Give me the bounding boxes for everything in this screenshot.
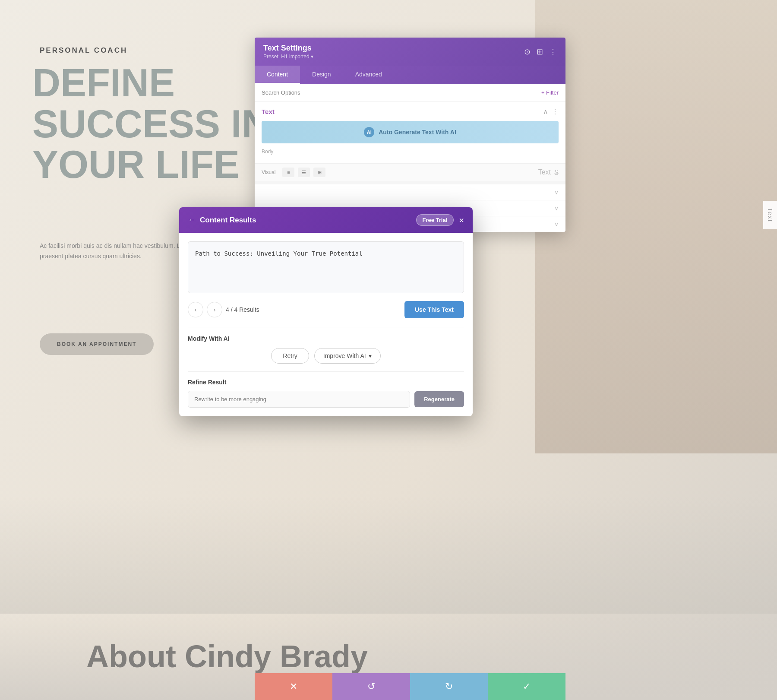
refine-title: Refine Result (188, 379, 464, 386)
align-left-icon[interactable]: ≡ (282, 168, 294, 177)
focus-icon[interactable]: ⊙ (524, 47, 531, 57)
expand-icon-1[interactable]: ∨ (554, 189, 559, 196)
collapse-icon[interactable]: ∧ (543, 108, 548, 116)
redo-button[interactable]: ↻ (410, 673, 488, 700)
ai-generate-label: Auto Generate Text With AI (379, 129, 456, 136)
prev-arrow-icon: ‹ (195, 306, 197, 313)
section-title: Text (262, 108, 275, 115)
ai-generate-button[interactable]: AI Auto Generate Text With AI (262, 121, 559, 143)
panel-header-left: Text Settings Preset: H1 imported ▾ (263, 44, 313, 60)
vertical-text: Text (767, 208, 774, 222)
book-appointment-button[interactable]: BOOK AN APPOINTMENT (40, 333, 154, 355)
undo-button[interactable]: ↺ (332, 673, 410, 700)
section-icons: ∧ ⋮ (543, 108, 559, 116)
refine-input-row: Regenerate (188, 391, 464, 408)
results-count: 4 / 4 Results (226, 306, 259, 313)
text-section: Text ∧ ⋮ AI Auto Generate Text With AI B… (255, 101, 565, 164)
free-trial-badge[interactable]: Free Trial (416, 214, 454, 226)
coach-label: PERSONAL COACH (40, 46, 127, 55)
tab-design[interactable]: Design (300, 66, 343, 84)
panel-header: Text Settings Preset: H1 imported ▾ ⊙ ⊞ … (255, 38, 565, 66)
back-arrow-icon[interactable]: ← (188, 215, 196, 225)
next-result-button[interactable]: › (207, 302, 222, 317)
visual-text-toggle: Visual ≡ ☰ ⊞ (262, 168, 325, 177)
confirm-icon: ✓ (523, 681, 531, 692)
next-arrow-icon: › (214, 306, 216, 313)
current-result: 4 (226, 306, 229, 313)
modal-header-left: ← Content Results (188, 215, 256, 225)
undo-icon: ↺ (367, 681, 375, 692)
cancel-button[interactable]: ✕ (255, 673, 332, 700)
tab-advanced[interactable]: Advanced (343, 66, 394, 84)
content-results-modal: ← Content Results Free Trial × Path to S… (179, 207, 473, 416)
prev-result-button[interactable]: ‹ (188, 302, 203, 317)
panel-divider-1 (255, 181, 565, 184)
refine-input[interactable] (188, 391, 410, 408)
tab-content[interactable]: Content (255, 66, 300, 84)
table-icon[interactable]: ⊞ (313, 168, 325, 177)
strikethrough-icon[interactable]: S̶ (554, 168, 559, 177)
filter-button[interactable]: + Filter (541, 89, 559, 96)
align-center-icon[interactable]: ☰ (298, 168, 310, 177)
improve-with-ai-button[interactable]: Improve With AI ▾ (314, 348, 381, 364)
panel-preset[interactable]: Preset: H1 imported ▾ (263, 54, 313, 60)
panel-header-icons: ⊙ ⊞ ⋮ (524, 47, 557, 57)
columns-icon[interactable]: ⊞ (537, 47, 543, 57)
about-text: About Cindy Brady (86, 639, 368, 674)
text-label: Text (538, 168, 551, 176)
cancel-icon: ✕ (290, 681, 297, 692)
panel-tabs: Content Design Advanced (255, 66, 565, 84)
close-icon[interactable]: × (459, 216, 464, 225)
result-textarea[interactable]: Path to Success: Unveiling Your True Pot… (188, 241, 464, 293)
panel-title: Text Settings (263, 44, 313, 53)
redo-icon: ↻ (445, 681, 453, 692)
visual-label: Visual (262, 169, 275, 175)
headline-text: DEFINESUCCESS INYOUR LIFE (32, 63, 270, 185)
expand-icon-3[interactable]: ∨ (554, 221, 559, 228)
modal-title: Content Results (200, 216, 256, 225)
section-more-icon[interactable]: ⋮ (552, 108, 559, 116)
bg-gray-section (0, 497, 777, 614)
bg-photo-right (535, 0, 777, 453)
confirm-button[interactable]: ✓ (488, 673, 565, 700)
results-navigation: ‹ › 4 / 4 Results Use This Text (188, 301, 464, 318)
modify-buttons: Retry Improve With AI ▾ (188, 348, 464, 364)
section-header: Text ∧ ⋮ (262, 108, 559, 116)
modal-header-right: Free Trial × (416, 214, 464, 226)
more-options-icon[interactable]: ⋮ (549, 47, 557, 57)
text-settings-panel: Text Settings Preset: H1 imported ▾ ⊙ ⊞ … (255, 38, 565, 232)
panel-bottom-strip: Visual ≡ ☰ ⊞ Text S̶ (255, 164, 565, 181)
bottom-action-bar: ✕ ↺ ↻ ✓ (255, 673, 565, 700)
panel-search-bar: + Filter (255, 84, 565, 101)
modal-header: ← Content Results Free Trial × (179, 207, 473, 233)
refine-section: Refine Result Regenerate (188, 371, 464, 408)
ai-icon: AI (364, 127, 374, 137)
use-this-text-button[interactable]: Use This Text (404, 301, 464, 318)
improve-label: Improve With AI (323, 352, 366, 359)
visual-icons: ≡ ☰ ⊞ (282, 168, 325, 177)
search-input[interactable] (262, 89, 538, 96)
nav-arrows: ‹ › 4 / 4 Results (188, 302, 259, 317)
modify-title: Modify With AI (188, 335, 464, 342)
regenerate-button[interactable]: Regenerate (414, 391, 464, 407)
modal-body: Path to Success: Unveiling Your True Pot… (179, 233, 473, 416)
improve-chevron-icon: ▾ (369, 352, 372, 359)
results-label: / 4 Results (231, 306, 259, 313)
panel-right-icons: Text S̶ (538, 168, 559, 177)
modify-section: Modify With AI Retry Improve With AI ▾ (188, 327, 464, 364)
panel-row-1: ∨ (255, 184, 565, 200)
body-label: Body (262, 149, 559, 155)
expand-icon-2[interactable]: ∨ (554, 205, 559, 212)
text-vertical-label: Text (763, 201, 777, 229)
retry-button[interactable]: Retry (271, 348, 309, 364)
